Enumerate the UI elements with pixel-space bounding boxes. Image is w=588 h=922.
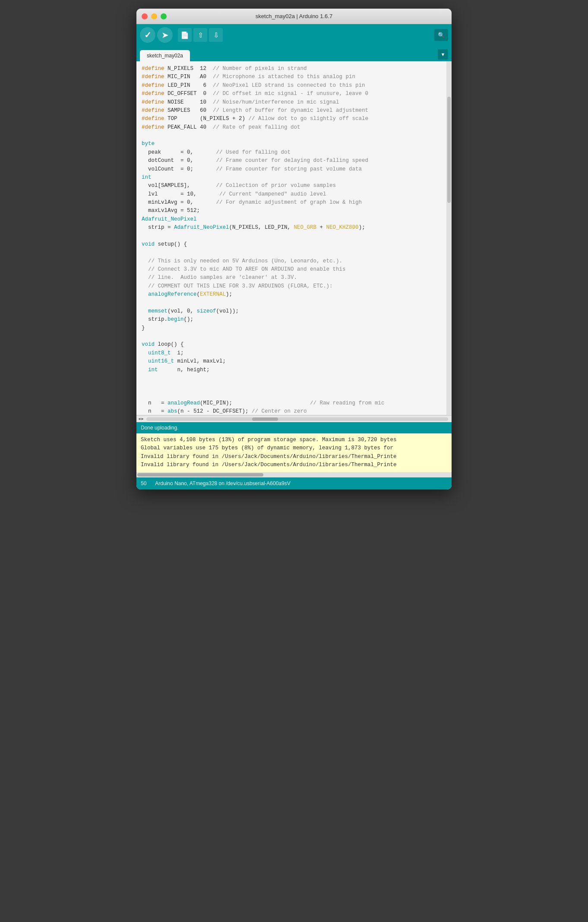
- code-line: // line. Audio samples are 'cleaner' at …: [142, 274, 446, 282]
- upload-status-bar: Done uploading.: [136, 422, 452, 433]
- code-line: strip = Adafruit_NeoPixel(N_PIXELS, LED_…: [142, 224, 446, 232]
- code-line: [142, 374, 446, 382]
- upload-button[interactable]: ➤: [157, 27, 173, 43]
- code-line: #define NOISE 10 // Noise/hum/interferen…: [142, 98, 446, 107]
- code-line: [142, 382, 446, 391]
- console-line: Invalid library found in /Users/Jack/Doc…: [141, 461, 447, 469]
- tab-bar: sketch_may02a ▼: [136, 46, 452, 61]
- code-line: [142, 249, 446, 257]
- console-line: Sketch uses 4,108 bytes (13%) of program…: [141, 436, 447, 444]
- window-title: sketch_may02a | Arduino 1.6.7: [256, 13, 332, 19]
- horizontal-scroll-thumb[interactable]: [252, 417, 278, 421]
- code-line: volCount = 0; // Frame counter for stori…: [142, 165, 446, 174]
- toolbar: ✓ ➤ 📄 ⇧ ⇩ 🔍: [136, 24, 452, 46]
- code-line: byte: [142, 140, 446, 148]
- console-scroll-thumb[interactable]: [137, 473, 263, 477]
- toolbar-right: 🔍: [434, 29, 448, 41]
- code-line: uint8_t i;: [142, 349, 446, 357]
- code-line: // This is only needed on 5V Arduinos (U…: [142, 257, 446, 265]
- minimize-button[interactable]: [151, 13, 157, 19]
- save-button[interactable]: ⇩: [209, 28, 223, 42]
- code-line: maxLvlAvg = 512;: [142, 207, 446, 215]
- code-line: lvl = 10, // Current "dampened" audio le…: [142, 190, 446, 199]
- code-line: #define TOP (N_PIXELS + 2) // Allow dot …: [142, 115, 446, 123]
- sketch-tab[interactable]: sketch_may02a: [140, 50, 190, 61]
- code-line: // Connect 3.3V to mic AND TO AREF ON AR…: [142, 265, 446, 274]
- console-line: Global variables use 175 bytes (8%) of d…: [141, 444, 447, 452]
- code-line: vol[SAMPLES], // Collection of prior vol…: [142, 182, 446, 190]
- scroll-left-arrow[interactable]: ◀: [138, 417, 140, 421]
- main-window: sketch_may02a | Arduino 1.6.7 ✓ ➤ 📄 ⇧ ⇩ …: [136, 9, 452, 489]
- tab-dropdown-button[interactable]: ▼: [438, 49, 448, 60]
- new-button[interactable]: 📄: [178, 28, 192, 42]
- code-line: #define DC_OFFSET 0 // DC offset in mic …: [142, 90, 446, 98]
- editor-container: #define N_PIXELS 12 // Number of pixels …: [136, 61, 452, 415]
- upload-status-text: Done uploading.: [141, 425, 178, 431]
- code-line: int: [142, 174, 446, 182]
- board-info: Arduino Nano, ATmega328 on /dev/cu.usbse…: [155, 480, 290, 486]
- console-scroll[interactable]: [136, 472, 452, 477]
- code-editor[interactable]: #define N_PIXELS 12 // Number of pixels …: [136, 61, 452, 415]
- window-controls: [142, 13, 167, 19]
- code-line: minLvlAvg = 0, // For dynamic adjustment…: [142, 199, 446, 207]
- code-line: memset(vol, 0, sizeof(vol));: [142, 307, 446, 316]
- search-icon: 🔍: [438, 32, 445, 38]
- line-number: 50: [141, 480, 146, 486]
- code-line: n = analogRead(MIC_PIN); // Raw reading …: [142, 399, 446, 407]
- code-line: #define LED_PIN 6 // NeoPixel LED strand…: [142, 82, 446, 90]
- code-line: dotCount = 0, // Frame counter for delay…: [142, 157, 446, 165]
- title-bar: sketch_may02a | Arduino 1.6.7: [136, 9, 452, 24]
- code-line: peak = 0, // Used for falling dot: [142, 148, 446, 157]
- code-line: // COMMENT OUT THIS LINE FOR 3.3V ARDUIN…: [142, 282, 446, 290]
- horizontal-scrollbar-area[interactable]: ◀ ▶: [136, 415, 452, 422]
- vertical-scrollbar[interactable]: [446, 61, 452, 415]
- console-line: Invalid library found in /Users/Jack/Doc…: [141, 453, 447, 461]
- horizontal-scroll-track[interactable]: [146, 417, 448, 421]
- code-line: }: [142, 324, 446, 332]
- maximize-button[interactable]: [161, 13, 167, 19]
- search-button[interactable]: 🔍: [434, 29, 448, 41]
- open-button[interactable]: ⇧: [193, 28, 207, 42]
- bottom-status-bar: 50 Arduino Nano, ATmega328 on /dev/cu.us…: [136, 477, 452, 489]
- code-line: [142, 132, 446, 140]
- code-line: [142, 232, 446, 240]
- console-area: Sketch uses 4,108 bytes (13%) of program…: [136, 433, 452, 472]
- code-line: n = abs(n - 512 - DC_OFFSET); // Center …: [142, 407, 446, 415]
- code-line: [142, 391, 446, 399]
- code-line: void setup() {: [142, 240, 446, 249]
- code-line: [142, 332, 446, 341]
- code-line: analogReference(EXTERNAL);: [142, 290, 446, 299]
- close-button[interactable]: [142, 13, 148, 19]
- code-line: #define MIC_PIN A0 // Microphone is atta…: [142, 73, 446, 81]
- code-line: strip.begin();: [142, 316, 446, 324]
- code-line: #define SAMPLES 60 // Length of buffer f…: [142, 107, 446, 115]
- code-line: void loop() {: [142, 341, 446, 349]
- code-line: int n, height;: [142, 366, 446, 374]
- code-line: uint16_t minLvl, maxLvl;: [142, 357, 446, 366]
- scroll-right-arrow[interactable]: ▶: [141, 417, 143, 421]
- code-line: #define PEAK_FALL 40 // Rate of peak fal…: [142, 123, 446, 132]
- verify-button[interactable]: ✓: [140, 27, 155, 43]
- code-line: [142, 299, 446, 307]
- code-line: #define N_PIXELS 12 // Number of pixels …: [142, 65, 446, 73]
- code-line: Adafruit_NeoPixel: [142, 215, 446, 224]
- scrollbar-thumb[interactable]: [447, 97, 451, 203]
